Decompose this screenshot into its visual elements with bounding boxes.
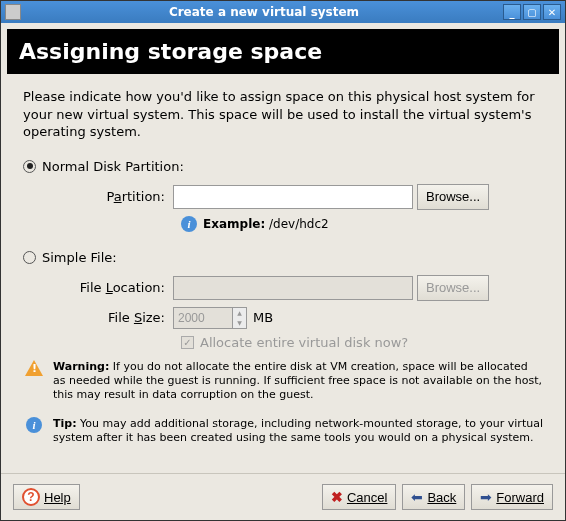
app-icon (5, 4, 21, 20)
cancel-icon: ✖ (331, 489, 343, 505)
help-button[interactable]: ? Help (13, 484, 80, 510)
help-icon: ? (22, 488, 40, 506)
file-browse-button: Browse... (417, 275, 489, 301)
example-text: Example: /dev/hdc2 (203, 217, 329, 231)
close-button[interactable]: ✕ (543, 4, 561, 20)
radio-label: Simple File: (42, 250, 117, 265)
maximize-button[interactable]: ▢ (523, 4, 541, 20)
partition-field-label: Partition: (23, 189, 173, 204)
back-button[interactable]: ⬅ Back (402, 484, 465, 510)
info-icon: i (181, 216, 197, 232)
allocate-label: Allocate entire virtual disk now? (200, 335, 408, 350)
file-size-input: ▲▼ (173, 307, 247, 329)
radio-simple-file[interactable]: Simple File: (23, 250, 543, 265)
radio-icon (23, 251, 36, 264)
arrow-right-icon: ➡ (480, 489, 492, 505)
window-title: Create a new virtual system (25, 5, 503, 19)
file-size-label: File Size: (23, 310, 173, 325)
intro-text: Please indicate how you'd like to assign… (23, 88, 543, 141)
radio-label: Normal Disk Partition: (42, 159, 184, 174)
page-title: Assigning storage space (7, 29, 559, 74)
chevron-down-icon: ▼ (233, 318, 246, 328)
info-icon: i (26, 417, 42, 433)
forward-button[interactable]: ➡ Forward (471, 484, 553, 510)
partition-input[interactable] (173, 185, 413, 209)
warning-icon (25, 360, 43, 376)
file-location-input (173, 276, 413, 300)
minimize-button[interactable]: _ (503, 4, 521, 20)
size-unit: MB (253, 310, 273, 325)
tip-text: Tip: You may add additional storage, inc… (53, 417, 543, 446)
warning-text: Warning: If you do not allocate the enti… (53, 360, 543, 403)
partition-browse-button[interactable]: Browse... (417, 184, 489, 210)
allocate-checkbox-row: ✓ Allocate entire virtual disk now? (181, 335, 543, 350)
radio-icon (23, 160, 36, 173)
chevron-up-icon: ▲ (233, 308, 246, 318)
checkbox-icon: ✓ (181, 336, 194, 349)
cancel-button[interactable]: ✖ Cancel (322, 484, 396, 510)
arrow-left-icon: ⬅ (411, 489, 423, 505)
radio-normal-partition[interactable]: Normal Disk Partition: (23, 159, 543, 174)
titlebar: Create a new virtual system _ ▢ ✕ (1, 1, 565, 23)
file-location-label: File Location: (23, 280, 173, 295)
